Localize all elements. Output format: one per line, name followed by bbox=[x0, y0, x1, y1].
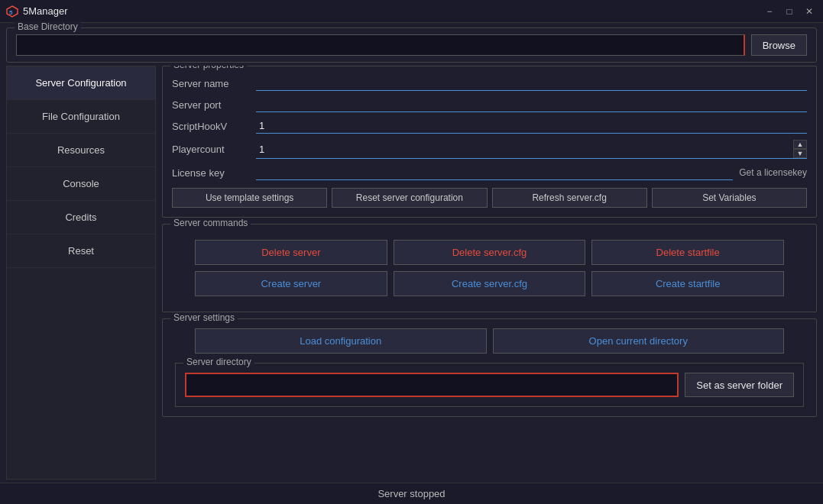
server-directory-row: Set as server folder bbox=[185, 373, 794, 397]
server-name-row: Server name bbox=[172, 76, 807, 91]
server-directory-label: Server directory bbox=[183, 357, 254, 367]
reset-config-button[interactable]: Reset server configuration bbox=[332, 188, 487, 208]
playercount-spinbtns: ▲ ▼ bbox=[793, 140, 807, 159]
browse-button[interactable]: Browse bbox=[751, 34, 807, 56]
server-port-input[interactable] bbox=[256, 97, 807, 112]
use-template-button[interactable]: Use template settings bbox=[172, 188, 327, 208]
server-settings-section: Server settings Load configuration Open … bbox=[162, 318, 817, 417]
open-current-directory-button[interactable]: Open current directory bbox=[493, 328, 785, 354]
sidebar-item-resources[interactable]: Resources bbox=[7, 134, 155, 167]
get-license-link[interactable]: Get a licensekey bbox=[739, 167, 807, 178]
server-settings-buttons: Load configuration Open current director… bbox=[172, 328, 807, 354]
playercount-input[interactable] bbox=[256, 140, 793, 159]
create-server-cfg-button[interactable]: Create server.cfg bbox=[394, 271, 586, 296]
server-port-label: Server port bbox=[172, 99, 256, 111]
titlebar-controls: − □ ✕ bbox=[762, 4, 817, 19]
status-text: Server stopped bbox=[377, 488, 445, 499]
create-server-button[interactable]: Create server bbox=[195, 271, 387, 296]
titlebar: 5 5Manager − □ ✕ bbox=[0, 0, 823, 23]
delete-server-button[interactable]: Delete server bbox=[195, 240, 387, 265]
refresh-cfg-button[interactable]: Refresh server.cfg bbox=[492, 188, 647, 208]
sidebar: Server Configuration File Configuration … bbox=[6, 66, 156, 480]
base-directory-input[interactable] bbox=[16, 34, 745, 56]
close-button[interactable]: ✕ bbox=[802, 4, 817, 19]
delete-server-cfg-button[interactable]: Delete server.cfg bbox=[394, 240, 586, 265]
base-directory-row: Browse bbox=[16, 34, 807, 56]
content-area: Server properties Server name Server por… bbox=[162, 66, 817, 480]
server-directory-box: Server directory Set as server folder bbox=[175, 363, 804, 407]
server-commands-section: Server commands Delete server Delete ser… bbox=[162, 224, 817, 312]
app-icon: 5 bbox=[6, 5, 18, 18]
server-name-input[interactable] bbox=[256, 76, 807, 91]
server-settings-title: Server settings bbox=[170, 312, 238, 323]
license-key-row: License key Get a licensekey bbox=[172, 165, 807, 180]
sidebar-item-reset[interactable]: Reset bbox=[7, 234, 155, 268]
set-as-server-folder-button[interactable]: Set as server folder bbox=[685, 373, 794, 397]
sidebar-item-server-configuration[interactable]: Server Configuration bbox=[7, 66, 155, 100]
base-directory-label: Base Directory bbox=[15, 21, 81, 32]
set-variables-button[interactable]: Set Variables bbox=[652, 188, 807, 208]
playercount-label: Playercount bbox=[172, 144, 256, 155]
server-port-row: Server port bbox=[172, 97, 807, 112]
scripthookv-input[interactable] bbox=[256, 118, 807, 134]
main-area: Server Configuration File Configuration … bbox=[0, 66, 823, 483]
server-properties-section: Server properties Server name Server por… bbox=[162, 66, 817, 218]
license-key-input[interactable] bbox=[256, 165, 733, 180]
load-configuration-button[interactable]: Load configuration bbox=[195, 328, 487, 354]
server-properties-title: Server properties bbox=[170, 66, 247, 70]
sidebar-item-console[interactable]: Console bbox=[7, 167, 155, 201]
delete-startfile-button[interactable]: Delete startfile bbox=[591, 240, 784, 265]
playercount-spinner: ▲ ▼ bbox=[256, 140, 807, 159]
server-commands-title: Server commands bbox=[170, 218, 251, 228]
sidebar-item-file-configuration[interactable]: File Configuration bbox=[7, 100, 155, 134]
playercount-up[interactable]: ▲ bbox=[793, 140, 807, 149]
titlebar-left: 5 5Manager bbox=[6, 5, 68, 18]
create-startfile-button[interactable]: Create startfile bbox=[591, 271, 784, 296]
minimize-button[interactable]: − bbox=[762, 4, 777, 19]
app-title: 5Manager bbox=[23, 5, 68, 17]
statusbar: Server stopped bbox=[0, 483, 823, 504]
scripthookv-label: ScriptHookV bbox=[172, 121, 256, 132]
playercount-row: Playercount ▲ ▼ bbox=[172, 140, 807, 159]
playercount-down[interactable]: ▼ bbox=[793, 149, 807, 158]
server-name-label: Server name bbox=[172, 78, 256, 89]
base-directory-section: Base Directory Browse bbox=[6, 27, 817, 63]
server-properties-actions: Use template settings Reset server confi… bbox=[172, 188, 807, 208]
sidebar-item-credits[interactable]: Credits bbox=[7, 201, 155, 234]
license-key-label: License key bbox=[172, 167, 256, 179]
server-commands-grid: Delete server Delete server.cfg Delete s… bbox=[172, 234, 807, 302]
maximize-button[interactable]: □ bbox=[782, 4, 797, 19]
scripthookv-row: ScriptHookV bbox=[172, 118, 807, 134]
server-directory-input[interactable] bbox=[185, 373, 679, 397]
svg-text:5: 5 bbox=[9, 9, 13, 16]
